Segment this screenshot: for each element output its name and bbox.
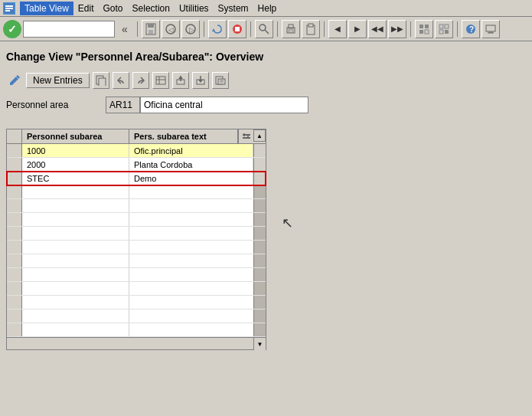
new-entries-button[interactable]: New Entries <box>26 73 90 88</box>
subarea-cell: STEC <box>22 172 129 185</box>
separator-1 <box>137 21 138 37</box>
command-input[interactable] <box>23 21 115 38</box>
table-row[interactable]: 2000 Planta Cordoba <box>7 158 266 172</box>
svg-rect-24 <box>425 30 429 34</box>
svg-text:◁: ◁ <box>168 26 174 34</box>
undo-button[interactable] <box>113 72 129 89</box>
clipboard-button[interactable] <box>302 20 320 38</box>
column-settings-button[interactable] <box>238 129 253 143</box>
menu-table-view[interactable]: Table View <box>20 2 73 15</box>
svg-rect-23 <box>419 30 423 34</box>
select-all-button[interactable] <box>415 20 433 38</box>
header-subarea: Personnel subarea <box>22 129 129 143</box>
nav-back-button[interactable]: « <box>116 21 133 38</box>
svg-rect-22 <box>425 25 429 28</box>
svg-rect-28 <box>445 30 449 34</box>
svg-rect-13 <box>235 27 240 31</box>
export-button[interactable] <box>212 72 229 89</box>
shortcut-button[interactable]: ◁ <box>162 20 180 38</box>
svg-marker-45 <box>198 80 203 83</box>
menu-edit[interactable]: Edit <box>73 2 99 15</box>
separator-6 <box>410 21 411 37</box>
table-row-selected[interactable]: STEC Demo <box>7 172 266 185</box>
scroll-track-area <box>253 158 266 171</box>
menu-utilities[interactable]: Utilities <box>175 2 214 15</box>
svg-rect-5 <box>148 24 154 28</box>
empty-row <box>7 241 266 254</box>
row-num-cell <box>7 172 22 185</box>
scroll-down-button[interactable]: ▼ <box>253 338 266 350</box>
refresh-button[interactable] <box>208 20 227 38</box>
content-area: ↖ <box>266 123 526 350</box>
menu-bar: Table View Edit Goto Selection Utilities… <box>0 0 532 17</box>
svg-rect-25 <box>439 25 443 28</box>
empty-row <box>7 199 266 213</box>
main-content: Change View "Personnel Area/Subarea": Ov… <box>0 41 532 356</box>
save-button[interactable] <box>142 20 160 38</box>
page-title: Change View "Personnel Area/Subarea": Ov… <box>6 47 526 66</box>
scroll-up-button[interactable]: ▲ <box>253 129 266 142</box>
separator-5 <box>324 21 325 37</box>
monitor-button[interactable] <box>481 20 500 38</box>
svg-rect-27 <box>439 30 443 34</box>
subtext-cell: Planta Cordoba <box>129 158 253 171</box>
empty-row <box>7 213 266 227</box>
empty-row <box>7 227 266 241</box>
subtext-cell: Ofic.principal <box>129 144 253 157</box>
svg-rect-26 <box>445 25 449 28</box>
help-button[interactable]: ? <box>462 20 480 38</box>
scroll-track-area <box>253 144 266 157</box>
redo-button[interactable] <box>132 72 149 89</box>
row-num-cell <box>7 158 22 171</box>
personnel-area-value: Oficina central <box>140 97 308 113</box>
table-header: Personnel subarea Pers. subarea text ▲ <box>7 129 266 144</box>
menu-selection[interactable]: Selection <box>128 2 175 15</box>
empty-row <box>7 310 266 323</box>
svg-rect-2 <box>5 8 13 9</box>
prev-page-button[interactable]: ◀ <box>328 20 347 38</box>
first-page-button[interactable]: ◀◀ <box>368 20 387 38</box>
svg-rect-37 <box>156 77 165 84</box>
svg-line-15 <box>265 30 269 34</box>
personnel-area-label: Personnel area <box>6 100 106 110</box>
download-button[interactable] <box>192 72 209 89</box>
personnel-area-row: Personnel area AR11 Oficina central <box>6 97 526 113</box>
stop-button[interactable] <box>228 20 246 38</box>
svg-marker-42 <box>178 76 183 79</box>
header-row-num <box>7 129 22 143</box>
svg-rect-3 <box>5 10 10 11</box>
menu-system[interactable]: System <box>214 2 253 15</box>
svg-text:?: ? <box>469 25 474 34</box>
header-subtext: Pers. subarea text <box>129 129 238 143</box>
action-toolbar: New Entries <box>6 72 526 89</box>
copy-row-button[interactable] <box>93 72 109 89</box>
empty-row <box>7 323 266 337</box>
table-row[interactable]: 1000 Ofic.principal <box>7 144 266 158</box>
svg-rect-18 <box>289 30 293 32</box>
svg-rect-1 <box>5 5 13 7</box>
confirm-button[interactable]: ✓ <box>3 20 21 38</box>
subarea-cell: 2000 <box>22 158 129 171</box>
personnel-area-code: AR11 <box>106 97 140 113</box>
subarea-cell: 1000 <box>22 144 129 157</box>
horizontal-scroll-bar[interactable]: ▼ <box>7 337 266 349</box>
details-button[interactable] <box>152 72 169 89</box>
svg-rect-20 <box>308 24 313 27</box>
menu-help[interactable]: Help <box>253 2 282 15</box>
svg-rect-31 <box>486 25 495 31</box>
svg-text:▷: ▷ <box>189 26 194 34</box>
upload-button[interactable] <box>172 72 189 89</box>
menu-goto[interactable]: Goto <box>99 2 128 15</box>
forward-button[interactable]: ▷ <box>181 20 200 38</box>
separator-3 <box>250 21 251 37</box>
last-page-button[interactable]: ▶▶ <box>388 20 406 38</box>
empty-row <box>7 296 266 310</box>
search-button[interactable] <box>255 20 273 38</box>
empty-row <box>7 185 266 199</box>
svg-marker-11 <box>212 28 215 31</box>
next-page-button[interactable]: ▶ <box>348 20 367 38</box>
print-button[interactable] <box>282 20 300 38</box>
deselect-button[interactable] <box>435 20 453 38</box>
subtext-cell: Demo <box>129 172 253 185</box>
svg-rect-36 <box>99 78 106 86</box>
